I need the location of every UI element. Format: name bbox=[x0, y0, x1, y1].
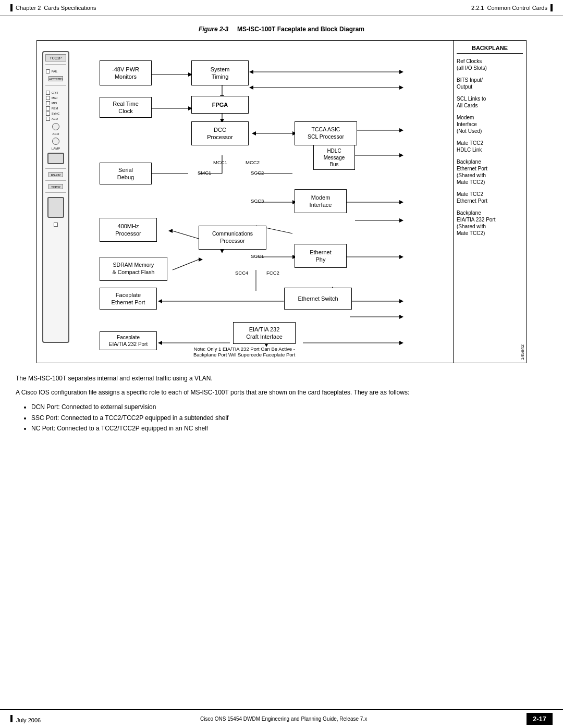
pwr-monitors-box: -48V PWR Monitors bbox=[100, 60, 152, 85]
svg-marker-59 bbox=[399, 341, 403, 345]
figure-number: 145942 bbox=[520, 344, 525, 360]
hdlc-label: HDLC Message Bus bbox=[324, 147, 345, 168]
fp-divider-2 bbox=[45, 85, 66, 86]
smc1-label: SMC1 bbox=[198, 170, 211, 176]
bullet-1: DCN Port: Connected to external supervis… bbox=[31, 402, 547, 412]
mhz-processor-label: 400MHz Processor bbox=[115, 223, 141, 238]
paragraph-1: The MS-ISC-100T separates internal and e… bbox=[16, 374, 547, 384]
fp-led-bottom-ind bbox=[54, 223, 58, 227]
header-left: Chapter 2 Cards Specifications bbox=[10, 4, 96, 11]
svg-marker-11 bbox=[252, 131, 256, 135]
fp-led-rem-ind bbox=[46, 106, 50, 110]
svg-marker-57 bbox=[158, 341, 162, 345]
bp-backplane-eth: BackplaneEthernet Port(Shared withMate T… bbox=[457, 158, 523, 186]
page-footer: July 2006 Cisco ONS 15454 DWDM Engineeri… bbox=[0, 709, 563, 728]
bullet-2: SSC Port: Connected to a TCC2/TCC2P equi… bbox=[31, 413, 547, 423]
fp-led-min-ind bbox=[46, 101, 50, 105]
faceplate-eia-box: Faceplate EIA/TIA 232 Port bbox=[100, 331, 157, 350]
svg-line-39 bbox=[173, 231, 199, 239]
fp-label-fail: FAIL bbox=[52, 70, 57, 73]
fp-led-fail: FAIL bbox=[46, 69, 66, 73]
note-line-1: Note: Only 1 EIA/TIA 232 Port Can Be Act… bbox=[193, 346, 295, 352]
fp-divider-1 bbox=[45, 64, 66, 65]
backplane-section: BACKPLANE Ref Clocks(all I/O Slots) BITS… bbox=[453, 41, 526, 363]
faceplate-panel: TCC2P FAIL ACT/STBY CRIT MAJ bbox=[42, 51, 69, 343]
modem-interface-box: Modem Interface bbox=[295, 189, 347, 213]
page-content: Figure 2-3 MS-ISC-100T Faceplate and Blo… bbox=[0, 16, 563, 449]
serial-debug-label: Serial Debug bbox=[117, 166, 134, 181]
svg-marker-32 bbox=[220, 249, 224, 253]
fp-tcpip-label: TCP/IP bbox=[48, 184, 63, 189]
fp-led-sync-ind bbox=[46, 112, 50, 116]
section-title: Common Control Cards bbox=[487, 5, 547, 11]
footer-date-text: July 2006 bbox=[16, 717, 41, 723]
real-time-clock-label: Real Time Clock bbox=[113, 100, 139, 115]
comm-processor-box: Communications Processor bbox=[199, 226, 266, 250]
pwr-monitors-label: -48V PWR Monitors bbox=[112, 66, 139, 81]
fp-led-aco-ind bbox=[46, 117, 50, 121]
svg-marker-61 bbox=[399, 315, 403, 319]
note-line-2: Backplane Port Will Supercede Faceplate … bbox=[193, 352, 295, 357]
fp-led-maj-ind bbox=[46, 96, 50, 100]
system-timing-label: System Timing bbox=[211, 66, 230, 81]
fp-led-sync: SYNC bbox=[46, 112, 66, 116]
figure-label: Figure 2-3 bbox=[199, 26, 228, 33]
page-number: 2-17 bbox=[527, 713, 553, 725]
header-bar-right-icon bbox=[550, 4, 553, 11]
svg-line-42 bbox=[173, 260, 199, 270]
svg-marker-41 bbox=[168, 229, 173, 233]
fp-led-aco: ACO bbox=[46, 117, 66, 121]
modem-interface-label: Modem Interface bbox=[310, 194, 332, 209]
fp-port-bottom bbox=[47, 197, 64, 218]
fp-leds-top: FAIL bbox=[46, 69, 66, 73]
fp-rs232-label: RS-232 bbox=[48, 172, 63, 177]
eia-tia-label: EIA/TIA 232 Craft Interface bbox=[246, 326, 283, 341]
fp-actsby: ACT/STBY bbox=[48, 76, 63, 81]
tcca-asic-label: TCCA ASIC SCL Processor bbox=[308, 126, 344, 140]
dcc-processor-box: DCC Processor bbox=[191, 121, 249, 145]
fp-divider-3 bbox=[45, 168, 66, 169]
footer-doc-title: Cisco ONS 15454 DWDM Engineering and Pla… bbox=[41, 716, 527, 722]
eia-tia-box: EIA/TIA 232 Craft Interface bbox=[233, 322, 296, 344]
mcc1-label: MCC1 bbox=[213, 159, 227, 165]
hdlc-box: HDLC Message Bus bbox=[313, 145, 355, 170]
ethernet-switch-label: Ethernet Switch bbox=[298, 295, 338, 302]
fp-led-bottom bbox=[54, 223, 58, 227]
figure-title: Figure 2-3 MS-ISC-100T Faceplate and Blo… bbox=[16, 26, 547, 33]
page-header: Chapter 2 Cards Specifications 2.2.1 Com… bbox=[0, 0, 563, 16]
fp-chip-tcc2p: TCC2P bbox=[45, 54, 66, 61]
bullet-list: DCN Port: Connected to external supervis… bbox=[31, 402, 547, 434]
scc2-label: SCC2 bbox=[251, 170, 264, 176]
fp-led-rem: REM bbox=[46, 106, 66, 110]
svg-marker-50 bbox=[399, 299, 403, 303]
svg-marker-37 bbox=[399, 255, 403, 259]
fpga-box: FPGA bbox=[191, 96, 249, 114]
mcc2-label: MCC2 bbox=[246, 159, 260, 165]
system-timing-box: System Timing bbox=[191, 60, 249, 85]
figure-title-text: MS-ISC-100T Faceplate and Block Diagram bbox=[237, 26, 364, 33]
scc3-label: SCC3 bbox=[251, 198, 264, 204]
fp-led-maj: MAJ bbox=[46, 96, 66, 100]
svg-marker-64 bbox=[399, 70, 403, 74]
serial-debug-box: Serial Debug bbox=[100, 163, 152, 184]
ethernet-phy-box: Ethernet Phy bbox=[295, 244, 347, 268]
fp-leds-middle: CRIT MAJ MIN REM SYNC bbox=[46, 91, 66, 121]
mhz-processor-box: 400MHz Processor bbox=[100, 218, 157, 242]
bp-scl-links: SCL Links toAll Cards bbox=[457, 95, 523, 109]
header-right: 2.2.1 Common Control Cards bbox=[471, 4, 553, 11]
fp-led-fail-indicator bbox=[46, 69, 50, 73]
bp-mate-hdlc: Mate TCC2HDLC Link bbox=[457, 140, 523, 153]
fp-divider-4 bbox=[45, 180, 66, 181]
diagram-container: TCC2P FAIL ACT/STBY CRIT MAJ bbox=[36, 40, 527, 363]
ethernet-switch-box: Ethernet Switch bbox=[284, 288, 352, 310]
fp-led-crit-ind bbox=[46, 91, 50, 95]
svg-marker-67 bbox=[399, 85, 403, 90]
faceplate-eth-box: Faceplate Ethernet Port bbox=[100, 288, 157, 310]
diagram-notes: Note: Only 1 EIA/TIA 232 Port Can Be Act… bbox=[193, 346, 295, 357]
dcc-processor-label: DCC Processor bbox=[207, 126, 233, 141]
chapter-title: Cards Specifications bbox=[44, 5, 96, 11]
svg-marker-43 bbox=[199, 257, 203, 262]
fp-port-main bbox=[47, 153, 64, 164]
comm-processor-label: Communications Processor bbox=[212, 230, 253, 244]
svg-marker-16 bbox=[399, 153, 403, 157]
